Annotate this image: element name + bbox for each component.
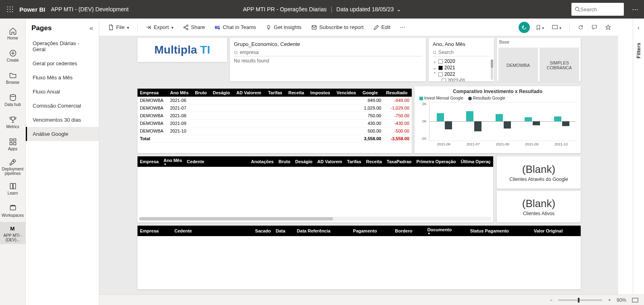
column-header[interactable]: Vencidos bbox=[334, 89, 360, 97]
column-header[interactable]: Última Operaç bbox=[458, 156, 493, 167]
bookmark-button[interactable] bbox=[533, 22, 546, 33]
chart-comparativo[interactable]: Comparativo Investimento x Resultado Inv… bbox=[415, 86, 581, 153]
data-updated-dropdown[interactable]: Data updated 18/05/23 ⌄ bbox=[336, 6, 401, 12]
bar[interactable] bbox=[533, 121, 540, 125]
reset-button[interactable] bbox=[519, 22, 530, 33]
table-row[interactable]: DEMOWBA2021-09430.00-430.00 bbox=[138, 120, 412, 127]
column-header[interactable]: Empresa bbox=[138, 226, 172, 236]
expand-icon[interactable]: ⌄ bbox=[433, 58, 437, 64]
bar[interactable] bbox=[554, 116, 561, 121]
page-item[interactable]: Vencimentos 30 dias bbox=[26, 113, 99, 127]
chat-teams-button[interactable]: T Chat in Teams bbox=[210, 22, 260, 33]
column-header[interactable]: Cedente bbox=[172, 226, 253, 236]
expand-icon[interactable]: ⌃ bbox=[433, 71, 437, 77]
workspace-name[interactable]: APP MTI - (DEV) Development bbox=[51, 6, 129, 12]
app-launcher-icon[interactable] bbox=[3, 2, 17, 16]
table-row[interactable]: DEMOWBA2021-071,029.00-1,029.00 bbox=[138, 104, 412, 112]
file-menu[interactable]: File bbox=[104, 22, 133, 33]
bar[interactable] bbox=[466, 111, 473, 121]
column-header[interactable]: Empresa bbox=[138, 89, 168, 97]
nav-app-mti[interactable]: MAPP MTI - (DEV)... bbox=[0, 222, 25, 244]
column-header[interactable]: Bordero bbox=[393, 226, 425, 236]
bar[interactable] bbox=[437, 113, 444, 121]
table-documentos[interactable]: EmpresaCedenteSacadoDataData ReferênciaP… bbox=[138, 226, 581, 289]
filters-pane-collapsed[interactable]: ‹ Filters bbox=[633, 19, 644, 295]
more-options-button[interactable]: ⋯ bbox=[629, 6, 641, 13]
column-header[interactable]: Deságio bbox=[293, 156, 315, 167]
column-header[interactable]: AD Valorem bbox=[315, 156, 345, 167]
nav-metrics[interactable]: Metrics bbox=[0, 111, 25, 133]
slicer-search-input[interactable] bbox=[438, 50, 490, 55]
zoom-in-button[interactable]: + bbox=[606, 297, 613, 303]
column-header[interactable]: Tarifas bbox=[345, 156, 364, 167]
nav-apps[interactable]: Apps bbox=[0, 133, 25, 156]
slicer-base[interactable]: Base DEMOWBA SIMPLES COBRANCA bbox=[497, 38, 581, 81]
slicer-grupo-economico[interactable]: Grupo_Economico, Cedente No results foun… bbox=[230, 38, 426, 81]
refresh-button[interactable] bbox=[575, 23, 586, 32]
collapse-pages-button[interactable]: « bbox=[90, 25, 93, 32]
kpi-clientes-google[interactable]: (Blank) Clientes Através do Google bbox=[497, 156, 581, 189]
edit-button[interactable]: Edit bbox=[369, 22, 394, 33]
nav-datahub[interactable]: Data hub bbox=[0, 89, 25, 111]
table-row[interactable]: DEMOWBA2021-06849.00-849.00 bbox=[138, 97, 412, 104]
zoom-out-button[interactable]: − bbox=[548, 297, 554, 303]
table-row[interactable]: DEMOWBA2021-08750.00-750.00 bbox=[138, 112, 412, 120]
column-header[interactable]: Empresa bbox=[138, 156, 161, 167]
bar[interactable] bbox=[445, 121, 452, 129]
slicer-ano[interactable]: Ano, Ano Mês ⌄2020⌄2021⌃20222022-01 bbox=[429, 38, 494, 81]
checkbox[interactable] bbox=[438, 72, 443, 77]
page-item[interactable]: Fluxo Mês a Mês bbox=[26, 71, 99, 85]
column-header[interactable]: Anotações bbox=[248, 156, 276, 167]
scrollbar[interactable] bbox=[139, 217, 492, 221]
comment-button[interactable] bbox=[589, 23, 600, 32]
column-header[interactable]: Google bbox=[360, 89, 383, 97]
checkbox[interactable] bbox=[442, 79, 446, 82]
column-header[interactable]: Bruto bbox=[192, 89, 210, 97]
page-item[interactable]: Geral por cedentes bbox=[26, 56, 99, 71]
bar[interactable] bbox=[562, 121, 569, 126]
page-item[interactable]: Comissão Comercial bbox=[26, 99, 99, 113]
column-header[interactable]: Primeira Operação bbox=[414, 156, 459, 167]
base-option-simples[interactable]: SIMPLES COBRANCA bbox=[540, 48, 579, 83]
column-header[interactable]: Documento▲ bbox=[425, 226, 468, 236]
column-header[interactable]: Pagamento bbox=[350, 226, 392, 236]
year-item[interactable]: ⌄2020 bbox=[433, 58, 490, 64]
column-header[interactable]: Sacado bbox=[253, 226, 273, 236]
table-resultado[interactable]: EmpresaAno MêsBrutoDeságioAD ValoremTari… bbox=[138, 89, 412, 153]
nav-learn[interactable]: Learn bbox=[0, 178, 25, 200]
column-header[interactable]: Receita bbox=[286, 89, 308, 97]
table-cedente[interactable]: EmpresaAno Mês▲CedenteAnotaçõesBrutoDesá… bbox=[138, 156, 493, 222]
nav-workspaces[interactable]: Workspaces bbox=[0, 200, 25, 222]
bar[interactable] bbox=[496, 114, 503, 121]
year-item[interactable]: ⌃2022 bbox=[433, 71, 490, 77]
column-header[interactable]: Ano Mês▲ bbox=[161, 156, 184, 167]
column-header[interactable]: TaxaPadrao bbox=[384, 156, 414, 167]
column-header[interactable]: Deságio bbox=[210, 89, 234, 97]
column-header[interactable]: Resultado bbox=[383, 89, 412, 97]
column-header[interactable]: Cedente bbox=[184, 156, 248, 167]
checkbox[interactable] bbox=[438, 59, 443, 64]
nav-pipelines[interactable]: Deployment pipelines bbox=[0, 156, 25, 178]
favorite-button[interactable] bbox=[603, 23, 613, 32]
expand-icon[interactable]: ⌄ bbox=[433, 65, 437, 71]
year-item[interactable]: ⌄2021 bbox=[433, 64, 490, 71]
column-header[interactable]: Tarifas bbox=[266, 89, 286, 97]
column-header[interactable]: Data Referência bbox=[294, 226, 350, 236]
export-menu[interactable]: Export bbox=[142, 22, 177, 33]
column-header[interactable]: Receita bbox=[364, 156, 384, 167]
global-search-input[interactable] bbox=[580, 6, 613, 12]
nav-create[interactable]: Create bbox=[0, 45, 25, 67]
bar[interactable] bbox=[525, 117, 532, 121]
view-button[interactable] bbox=[550, 22, 564, 33]
column-header[interactable]: Ano Mês bbox=[168, 89, 193, 97]
base-option-demowba[interactable]: DEMOWBA bbox=[498, 48, 538, 83]
slicer-search-input[interactable] bbox=[240, 50, 422, 55]
page-item[interactable]: Fluxo Anual bbox=[26, 85, 99, 99]
checkbox[interactable] bbox=[438, 66, 443, 70]
bar[interactable] bbox=[474, 121, 481, 131]
column-header[interactable]: Bruto bbox=[276, 156, 293, 167]
zoom-slider[interactable] bbox=[558, 299, 602, 301]
insights-button[interactable]: Get insights bbox=[262, 22, 306, 33]
page-item[interactable]: Operações Diárias - Geral bbox=[26, 36, 99, 56]
fit-page-button[interactable] bbox=[630, 298, 640, 303]
